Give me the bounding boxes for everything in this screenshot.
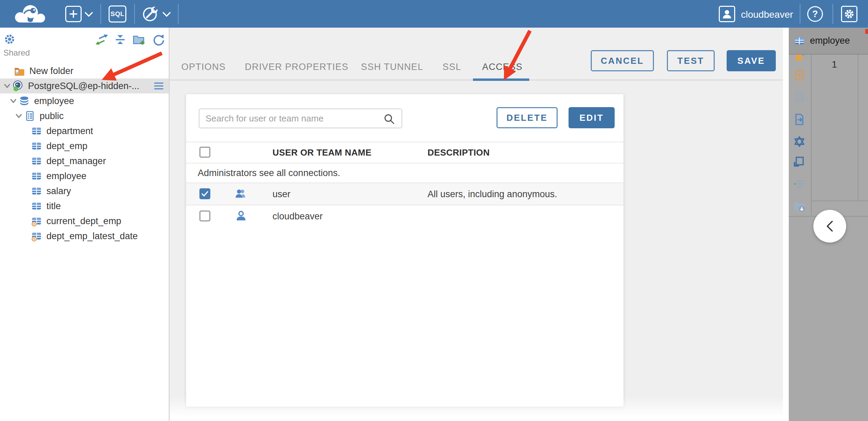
tree-item-database-employee[interactable]: employee: [0, 93, 169, 108]
view-icon: [31, 215, 42, 227]
row-checkbox-checked[interactable]: [199, 188, 210, 199]
view-icon: [31, 230, 42, 242]
tab-access[interactable]: ACCESS: [482, 62, 522, 72]
admin-note: Administrators see all connections.: [198, 168, 340, 178]
tree-item-table-salary[interactable]: salary: [0, 184, 169, 199]
sql-editor-button[interactable]: SQL: [109, 5, 126, 23]
save-to-folder-icon[interactable]: [793, 200, 806, 213]
result-viewer-panel: 1 employee: [789, 28, 868, 421]
cloudbeaver-logo: [13, 3, 48, 26]
connection-wrench-icon[interactable]: [141, 5, 159, 23]
table-icon: [31, 140, 42, 152]
help-glyph: ?: [812, 9, 818, 19]
row-name: user: [272, 189, 291, 200]
tree-item-view-current-dept-emp[interactable]: current_dept_emp: [0, 214, 169, 229]
column-header-name: USER OR TEAM NAME: [272, 147, 372, 158]
settings-gear-button[interactable]: [841, 6, 857, 22]
sidebar-settings-gear-icon[interactable]: [4, 34, 15, 45]
sync-connections-icon[interactable]: [95, 33, 109, 46]
grid-line: [811, 201, 868, 201]
row-description: All users, including anonymous.: [428, 189, 557, 200]
tree-item-label: dept_manager: [46, 156, 106, 166]
tab-driver-properties[interactable]: DRIVER PROPERTIES: [245, 62, 348, 72]
tree-item-label: employee: [46, 171, 86, 182]
refresh-icon[interactable]: [152, 34, 165, 46]
chevron-down-icon[interactable]: [162, 12, 171, 17]
table-border: [186, 142, 624, 142]
tree-item-new-folder[interactable]: New folder: [0, 63, 169, 78]
tree-item-postgresql-connection[interactable]: PostgreSQL@ep-hidden-...: [0, 78, 169, 93]
table-icon: [31, 125, 42, 137]
export-data-icon[interactable]: [793, 113, 806, 126]
help-icon[interactable]: ?: [807, 6, 823, 22]
tree-item-label: dept_emp_latest_date: [46, 231, 138, 242]
grid-line: [811, 55, 812, 216]
chevron-down-icon[interactable]: [14, 111, 24, 121]
tree-item-table-dept-manager[interactable]: dept_manager: [0, 154, 169, 169]
chevron-down-icon[interactable]: [84, 12, 93, 17]
tree-item-view-dept-emp-latest-date[interactable]: dept_emp_latest_date: [0, 229, 169, 244]
save-button[interactable]: SAVE: [727, 50, 776, 71]
column-header-description: DESCRIPTION: [428, 147, 490, 158]
value-panel-icon[interactable]: [793, 155, 806, 168]
topbar-divider: [134, 4, 135, 24]
execute-script-icon[interactable]: [793, 69, 806, 82]
result-tab-employee[interactable]: employee: [789, 28, 868, 55]
new-connection-button[interactable]: [65, 6, 82, 22]
gear-icon: [844, 9, 854, 19]
add-folder-icon[interactable]: [132, 33, 145, 46]
tree-item-table-department[interactable]: department: [0, 124, 169, 139]
item-menu-icon[interactable]: [154, 81, 164, 91]
edit-button[interactable]: EDIT: [569, 107, 615, 128]
tree-item-schema-public[interactable]: public: [0, 108, 169, 124]
tree-item-label: current_dept_emp: [46, 216, 121, 227]
tree-item-table-title[interactable]: title: [0, 199, 169, 214]
bottom-fade: [170, 396, 783, 421]
panel-gutter: [783, 28, 789, 421]
filters-icon[interactable]: [793, 178, 806, 191]
tab-ssl[interactable]: SSL: [443, 62, 461, 72]
tree-section-label: Shared: [3, 48, 30, 58]
chevron-down-icon[interactable]: [8, 96, 18, 106]
delete-button[interactable]: DELETE: [496, 107, 558, 128]
search-input[interactable]: [199, 108, 402, 128]
topbar-divider: [832, 4, 833, 24]
folder-database-icon: [14, 65, 25, 77]
row-checkbox[interactable]: [199, 210, 210, 221]
database-icon: [18, 95, 30, 107]
test-button[interactable]: TEST: [667, 50, 715, 71]
table-icon: [31, 185, 42, 197]
cancel-button[interactable]: CANCEL: [591, 50, 654, 71]
select-all-checkbox[interactable]: [199, 147, 210, 158]
tree-item-label: salary: [46, 186, 71, 197]
tree-item-table-employee[interactable]: employee: [0, 169, 169, 184]
result-tab-label: employee: [810, 35, 850, 46]
sql-badge-label: SQL: [111, 10, 125, 18]
user-silhouette-icon: [721, 8, 733, 20]
ai-assistant-icon[interactable]: [793, 135, 806, 148]
collapse-panel-button[interactable]: [813, 210, 846, 243]
table-border: [186, 163, 624, 163]
tab-options[interactable]: OPTIONS: [181, 62, 226, 72]
tab-ssh-tunnel[interactable]: SSH TUNNEL: [361, 62, 423, 72]
sidebar-resize-divider[interactable]: [169, 28, 170, 421]
user-badge-icon[interactable]: [719, 6, 735, 22]
grid-line: [858, 55, 858, 201]
collapse-all-icon[interactable]: [114, 33, 126, 46]
table-row-user[interactable]: user All users, including anonymous.: [186, 183, 624, 205]
active-tab-underline: [473, 78, 529, 81]
table-icon: [31, 200, 42, 212]
grid-view-icon[interactable]: [793, 90, 806, 103]
plus-icon: [69, 9, 78, 19]
table-icon: [31, 170, 42, 182]
topbar-divider: [100, 4, 101, 24]
tree-item-table-dept-emp[interactable]: dept_emp: [0, 139, 169, 154]
current-user-label: cloudbeaver: [741, 9, 793, 20]
tree-item-label: New folder: [29, 66, 73, 76]
table-icon: [31, 155, 42, 167]
chevron-down-icon[interactable]: [2, 81, 12, 91]
navigation-sidebar: Shared New folder PostgreSQL@ep-hidden-.…: [0, 28, 169, 421]
table-row-cloudbeaver[interactable]: cloudbeaver: [186, 205, 624, 228]
topbar-divider: [178, 4, 179, 24]
tree-item-label: public: [40, 111, 64, 121]
